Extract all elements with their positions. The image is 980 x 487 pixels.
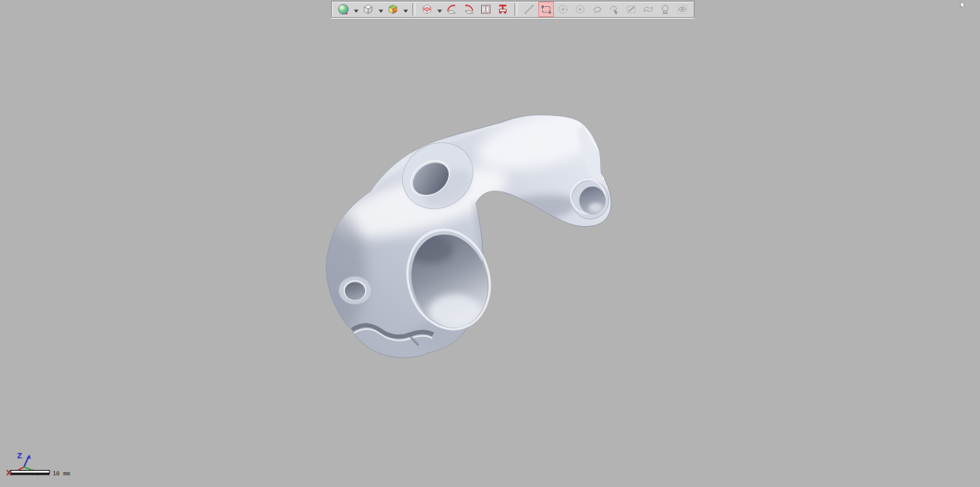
- shaded-sphere-button[interactable]: [336, 2, 351, 17]
- model-clamp-bracket[interactable]: [316, 101, 611, 358]
- rainbow-cube-dropdown[interactable]: [402, 2, 408, 16]
- model-viewport[interactable]: Z X Y 10 mm: [0, 0, 980, 487]
- surface-fold-button[interactable]: [640, 2, 656, 17]
- z-axis-label: Z: [17, 452, 22, 460]
- circle-select-icon: [557, 3, 569, 15]
- scale-bar-label: 10 mm: [53, 470, 70, 477]
- slice-panels-button[interactable]: [478, 2, 493, 17]
- lasso-button[interactable]: [589, 2, 605, 17]
- entity-select-button[interactable]: [657, 2, 673, 17]
- slice-panels-icon: [480, 3, 492, 15]
- line-probe-icon: [523, 3, 535, 15]
- circle-select-button[interactable]: [555, 2, 571, 17]
- scale-bar: 10 mm: [11, 470, 70, 477]
- section-sweep-left-icon: [446, 3, 458, 15]
- rainbow-cube-icon: [387, 3, 399, 15]
- z-axis-arrow: [27, 454, 31, 459]
- entity-select-icon: [659, 3, 671, 15]
- sketch-select-icon: [625, 3, 637, 15]
- main-toolbar: [331, 1, 695, 18]
- toolbar-separator: [514, 3, 517, 15]
- visibility-eye-icon: [676, 3, 688, 15]
- mouse-cursor: [961, 2, 965, 9]
- lasso-pointer-button[interactable]: [606, 2, 622, 17]
- rectangle-select-icon: [540, 3, 552, 15]
- shaded-sphere-icon: [337, 3, 350, 15]
- section-sweep-right-icon: [463, 3, 475, 15]
- section-cube-icon: [421, 3, 433, 15]
- polygon-select-button[interactable]: [572, 2, 588, 17]
- lasso-icon: [591, 3, 603, 15]
- chevron-down-icon: [437, 9, 442, 13]
- chevron-down-icon: [353, 9, 359, 13]
- rectangle-select-button[interactable]: [538, 2, 554, 17]
- section-sweep-right-button[interactable]: [461, 2, 476, 17]
- section-cube-button[interactable]: [419, 2, 435, 17]
- rainbow-cube-button[interactable]: [385, 2, 401, 17]
- chevron-down-icon: [403, 9, 408, 13]
- plain-cube-button[interactable]: [360, 2, 376, 17]
- chevron-down-icon: [378, 9, 384, 13]
- line-probe-button[interactable]: [521, 2, 537, 17]
- section-cube-dropdown[interactable]: [436, 2, 442, 16]
- lug-hole: [339, 276, 371, 304]
- section-sweep-left-button[interactable]: [444, 2, 459, 17]
- clamp-press-button[interactable]: [495, 2, 510, 17]
- clamp-press-icon: [497, 3, 509, 15]
- shaded-sphere-dropdown[interactable]: [353, 2, 359, 16]
- lasso-pointer-icon: [608, 3, 620, 15]
- visibility-eye-button[interactable]: [674, 2, 690, 17]
- surface-fold-icon: [642, 3, 654, 15]
- left-shadow: [316, 214, 366, 331]
- selection-group: [521, 2, 690, 17]
- polygon-select-icon: [574, 3, 586, 15]
- sectioning-group: [419, 2, 510, 17]
- sketch-select-button[interactable]: [623, 2, 639, 17]
- toolbar-separator: [412, 3, 415, 15]
- plain-cube-icon: [362, 3, 374, 15]
- plain-cube-dropdown[interactable]: [377, 2, 384, 16]
- view-style-group: [336, 2, 408, 17]
